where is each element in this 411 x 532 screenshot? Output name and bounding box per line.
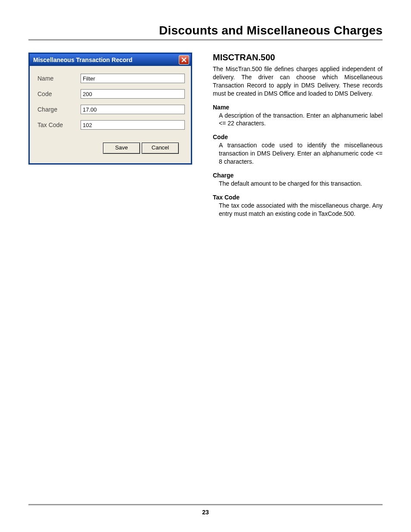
label-taxcode: Tax Code bbox=[37, 121, 81, 128]
section-title: MISCTRAN.500 bbox=[213, 53, 383, 62]
intro-text: The MiscTran.500 file defines charges ap… bbox=[213, 65, 383, 98]
field-desc-code: A transaction code used to identify the … bbox=[219, 141, 383, 166]
field-desc-name: A description of the transaction. Enter … bbox=[219, 112, 383, 128]
taxcode-field[interactable] bbox=[81, 120, 185, 130]
page-number: 23 bbox=[0, 509, 411, 516]
field-head-code: Code bbox=[213, 134, 383, 140]
field-head-taxcode: Tax Code bbox=[213, 194, 383, 201]
field-head-name: Name bbox=[213, 104, 383, 111]
dialog-window: Miscellaneous Transaction Record Name bbox=[28, 53, 192, 165]
charge-field[interactable] bbox=[81, 105, 185, 114]
label-name: Name bbox=[37, 75, 81, 82]
save-button[interactable]: Save bbox=[103, 143, 140, 154]
label-code: Code bbox=[37, 90, 81, 97]
page-header: Discounts and Miscellaneous Charges bbox=[28, 24, 383, 40]
close-icon bbox=[181, 57, 187, 62]
label-charge: Charge bbox=[37, 106, 81, 113]
dialog-titlebar[interactable]: Miscellaneous Transaction Record bbox=[30, 54, 191, 66]
field-desc-charge: The default amount to be charged for thi… bbox=[219, 180, 383, 188]
name-field[interactable] bbox=[81, 74, 185, 83]
close-button[interactable] bbox=[179, 55, 189, 65]
dialog-title: Miscellaneous Transaction Record bbox=[33, 56, 132, 63]
cancel-button[interactable]: Cancel bbox=[142, 143, 179, 154]
field-head-charge: Charge bbox=[213, 172, 383, 179]
footer-rule bbox=[28, 504, 383, 505]
field-desc-taxcode: The tax code associated with the miscell… bbox=[219, 202, 383, 218]
code-field[interactable] bbox=[81, 89, 185, 99]
